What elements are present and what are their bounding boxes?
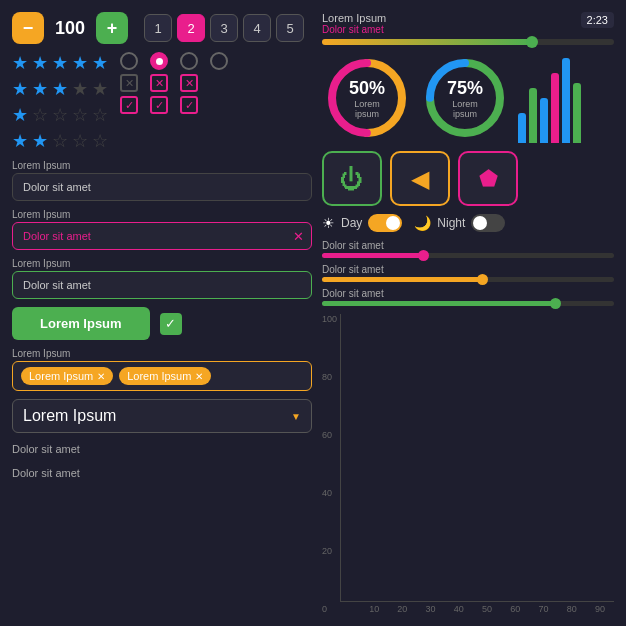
- stars-row-2[interactable]: ★ ★ ★ ★ ★: [12, 78, 108, 100]
- stars-row-4[interactable]: ★ ★ ☆ ☆ ☆: [12, 130, 108, 152]
- vertical-bars: [518, 53, 581, 143]
- num-btn-4[interactable]: 4: [243, 14, 271, 42]
- ylabel-20: 20: [322, 546, 337, 556]
- star: ☆: [92, 104, 108, 126]
- circles-section: 50% Lorem ipsum 75% Lorem ipsum: [322, 53, 614, 143]
- stepper-plus-button[interactable]: +: [96, 12, 128, 44]
- tag-remove-1[interactable]: ✕: [97, 371, 105, 382]
- tag-remove-2[interactable]: ✕: [195, 371, 203, 382]
- volume-icon: ◀: [411, 165, 429, 193]
- field-input-error-wrap: ✕: [12, 222, 312, 250]
- slider-1-knob[interactable]: [418, 250, 429, 261]
- xlabel-40: 40: [445, 604, 473, 614]
- slider-3-track[interactable]: [322, 301, 614, 306]
- radio-selected[interactable]: [150, 52, 168, 70]
- day-item: ☀ Day: [322, 214, 402, 232]
- radio-unselected-3[interactable]: [210, 52, 228, 70]
- tag-2[interactable]: Lorem Ipsum ✕: [119, 367, 211, 385]
- timer-value: 2:23: [581, 12, 614, 28]
- stepper-minus-button[interactable]: −: [12, 12, 44, 44]
- green-button[interactable]: Lorem Ipsum: [12, 307, 150, 340]
- checkbox-check-1[interactable]: ✓: [120, 96, 138, 114]
- field-input-error[interactable]: [12, 222, 312, 250]
- circle-sub-2: Lorem ipsum: [443, 99, 488, 119]
- num-btn-2[interactable]: 2: [177, 14, 205, 42]
- radio-unselected-2[interactable]: [180, 52, 198, 70]
- checkbox-x-gray[interactable]: ✕: [120, 74, 138, 92]
- star: ★: [92, 78, 108, 100]
- toggle-knob-day: [386, 216, 400, 230]
- vbar-1: [518, 113, 526, 143]
- slider-1-row: Dolor sit amet: [322, 240, 614, 258]
- clear-icon[interactable]: ✕: [293, 229, 304, 244]
- small-text-2: Dolor sit amet: [12, 465, 312, 481]
- slider-2-knob[interactable]: [477, 274, 488, 285]
- star: ★: [12, 104, 28, 126]
- star: ★: [32, 78, 48, 100]
- tag-label-2: Lorem Ipsum: [127, 370, 191, 382]
- field-label-1: Lorem Ipsum: [12, 160, 312, 171]
- form-field-2: Lorem Ipsum ✕: [12, 209, 312, 250]
- tags-wrap[interactable]: Lorem Ipsum ✕ Lorem Ipsum ✕: [12, 361, 312, 391]
- moon-icon: 🌙: [414, 215, 431, 231]
- ylabel-0: 0: [322, 604, 337, 614]
- star: ★: [52, 78, 68, 100]
- night-toggle[interactable]: [471, 214, 505, 232]
- circle-label-1: 50% Lorem ipsum: [345, 78, 390, 119]
- field-input-success[interactable]: [12, 271, 312, 299]
- day-night-row: ☀ Day 🌙 Night: [322, 214, 614, 232]
- volume-icon-button[interactable]: ◀: [390, 151, 450, 206]
- xlabel-60: 60: [501, 604, 529, 614]
- stars-row-3[interactable]: ★ ☆ ☆ ☆ ☆: [12, 104, 108, 126]
- slider-2-row: Dolor sit amet: [322, 264, 614, 282]
- xlabel-50: 50: [473, 604, 501, 614]
- field-label-3: Lorem Ipsum: [12, 258, 312, 269]
- num-btn-1[interactable]: 1: [144, 14, 172, 42]
- location-icon-button[interactable]: ⬟: [458, 151, 518, 206]
- star: ☆: [52, 130, 68, 152]
- power-icon-button[interactable]: ⏻: [322, 151, 382, 206]
- location-icon: ⬟: [479, 166, 498, 192]
- number-buttons: 1 2 3 4 5: [144, 14, 304, 42]
- sun-icon: ☀: [322, 215, 335, 231]
- checkbox-check-3[interactable]: ✓: [180, 96, 198, 114]
- slider-2-track[interactable]: [322, 277, 614, 282]
- small-text-1: Dolor sit amet: [12, 441, 312, 457]
- xlabel-70: 70: [529, 604, 557, 614]
- tag-label-1: Lorem Ipsum: [29, 370, 93, 382]
- xlabel-20: 20: [388, 604, 416, 614]
- slider-1-track[interactable]: [322, 253, 614, 258]
- field-label-2: Lorem Ipsum: [12, 209, 312, 220]
- progress-bar[interactable]: [322, 39, 614, 45]
- field-input-success-wrap: [12, 271, 312, 299]
- stars-row-1[interactable]: ★ ★ ★ ★ ★: [12, 52, 108, 74]
- field-input-1[interactable]: [12, 173, 312, 201]
- day-toggle[interactable]: [368, 214, 402, 232]
- xlabel-90: 90: [586, 604, 614, 614]
- tags-field-label: Lorem Ipsum: [12, 348, 312, 359]
- tag-1[interactable]: Lorem Ipsum ✕: [21, 367, 113, 385]
- slider-3-fill: [322, 301, 556, 306]
- checkbox-x-red-2[interactable]: ✕: [180, 74, 198, 92]
- circle-chart-2: 75% Lorem ipsum: [420, 53, 510, 143]
- day-label: Day: [341, 216, 362, 230]
- slider-3-knob[interactable]: [550, 298, 561, 309]
- vbar-3: [540, 98, 548, 143]
- num-btn-3[interactable]: 3: [210, 14, 238, 42]
- num-btn-5[interactable]: 5: [276, 14, 304, 42]
- vbar-6: [573, 83, 581, 143]
- check-box-green[interactable]: ✓: [160, 313, 182, 335]
- dropdown[interactable]: Lorem Ipsum ▼: [12, 399, 312, 433]
- slider-1-label: Dolor sit amet: [322, 240, 614, 251]
- tags-field-group: Lorem Ipsum Lorem Ipsum ✕ Lorem Ipsum ✕: [12, 348, 312, 391]
- toggle-knob-night: [473, 216, 487, 230]
- form-field-3: Lorem Ipsum: [12, 258, 312, 299]
- top-right-section: Lorem Ipsum Dolor sit amet 2:23: [322, 12, 614, 45]
- star: ★: [12, 52, 28, 74]
- circle-chart-1: 50% Lorem ipsum: [322, 53, 412, 143]
- radio-unselected[interactable]: [120, 52, 138, 70]
- checkbox-check-2[interactable]: ✓: [150, 96, 168, 114]
- form-field-1: Lorem Ipsum: [12, 160, 312, 201]
- checkbox-x-red[interactable]: ✕: [150, 74, 168, 92]
- star: ★: [32, 52, 48, 74]
